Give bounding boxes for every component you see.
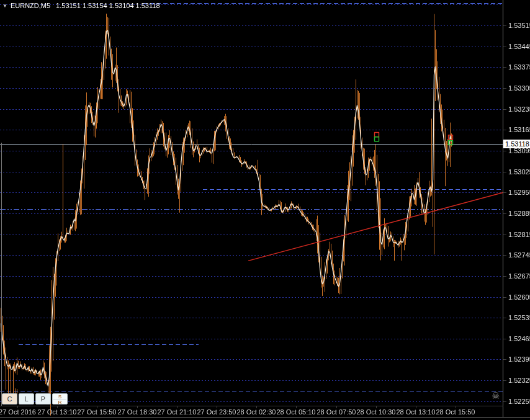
price-axis-label: 1.52955 (508, 189, 530, 196)
chart-button-l[interactable]: L (19, 393, 34, 404)
price-axis-label: 1.53515 (508, 22, 530, 29)
price-axis-label: 1.52325 (508, 377, 530, 384)
chart-window: ▼EURNZD,M51.53151 1.53154 1.53104 1.5311… (0, 0, 530, 420)
price-axis-label: 1.52395 (508, 355, 530, 363)
chart-title-symbol: EURNZD,M5 (11, 2, 50, 9)
price-axis-label: 1.53025 (508, 168, 530, 176)
time-axis-label: 27 Oct 18:30 (118, 408, 157, 416)
time-axis-label: 27 Oct 2016 (0, 408, 36, 416)
time-axis-label: 28 Oct 10:30 (357, 408, 396, 416)
sr-button-top-label: S (53, 395, 67, 400)
time-axis-label: 27 Oct 21:10 (158, 408, 197, 416)
price-axis-label: 1.52465 (508, 335, 530, 342)
time-axis-label: 27 Oct 23:50 (197, 408, 236, 416)
price-axis-label: 1.52815 (508, 231, 530, 238)
price-chart-canvas[interactable] (0, 0, 530, 420)
chart-button-p[interactable]: P (35, 393, 51, 404)
chart-button-sr[interactable]: S R (52, 393, 68, 404)
chart-title-ohlc: 1.53151 1.53154 1.53104 1.53118 (56, 2, 159, 9)
price-axis-label: 1.53095 (508, 147, 530, 154)
price-axis-label: 1.52885 (508, 210, 530, 217)
chart-title: ▼EURNZD,M51.53151 1.53154 1.53104 1.5311… (2, 2, 160, 9)
time-axis-label: 28 Oct 05:10 (277, 408, 316, 416)
sr-button-bottom-label: R (53, 400, 67, 405)
price-axis-label: 1.53305 (508, 84, 530, 92)
time-axis-label: 28 Oct 13:10 (397, 408, 436, 416)
time-axis-label: 27 Oct 13:10 (38, 408, 77, 416)
time-axis-label: 28 Oct 02:30 (237, 408, 276, 416)
time-axis-label: 28 Oct 07:50 (317, 408, 356, 416)
skull-watermark-icon: ☠ (492, 390, 500, 401)
price-axis-label: 1.53375 (508, 63, 530, 71)
chart-button-c[interactable]: C (2, 393, 17, 404)
dropdown-arrow-icon[interactable]: ▼ (2, 3, 7, 9)
price-axis-label: 1.53445 (508, 43, 530, 50)
price-axis-label: 1.52745 (508, 251, 530, 259)
time-axis-label: 28 Oct 15:50 (436, 408, 475, 416)
price-axis-label: 1.52605 (508, 293, 530, 301)
price-axis-label: 1.52535 (508, 314, 530, 321)
price-axis-label: 1.53235 (508, 105, 530, 113)
price-axis-label: 1.53165 (508, 126, 530, 133)
time-axis-label: 27 Oct 15:50 (78, 408, 117, 416)
price-axis-label: 1.52675 (508, 272, 530, 280)
price-axis-label: 1.52255 (508, 398, 530, 405)
